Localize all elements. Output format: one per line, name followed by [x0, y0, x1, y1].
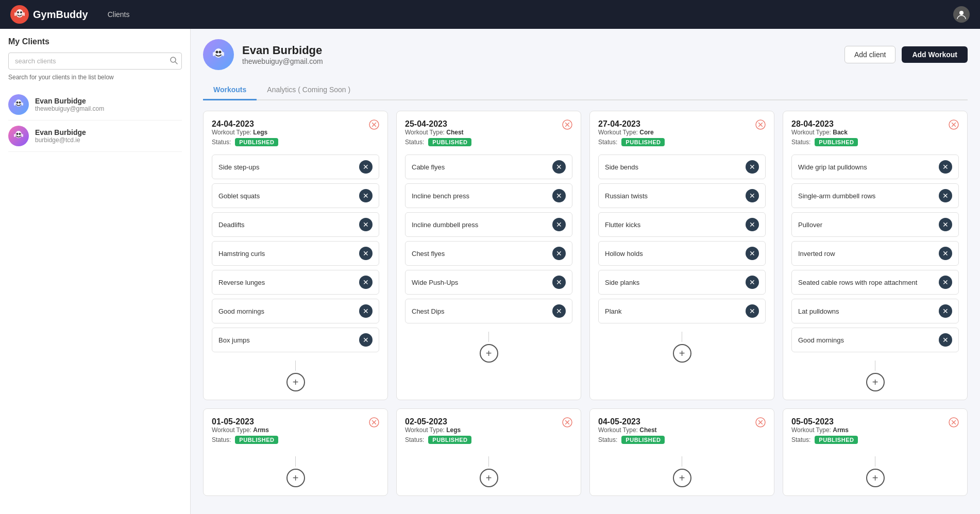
- nav-clients[interactable]: Clients: [104, 8, 134, 21]
- workout-close-button[interactable]: [949, 417, 959, 429]
- add-exercise-button[interactable]: +: [673, 344, 691, 363]
- exercise-name: Box jumps: [218, 336, 250, 344]
- exercise-remove-button[interactable]: ✕: [746, 276, 759, 289]
- status-badge: PUBLISHED: [815, 138, 858, 146]
- svg-rect-18: [22, 134, 23, 137]
- exercise-remove-button[interactable]: ✕: [939, 276, 952, 289]
- exercise-name: Seated cable rows with rope attachment: [798, 279, 917, 286]
- workout-close-button[interactable]: [949, 119, 959, 131]
- exercise-remove-button[interactable]: ✕: [939, 247, 952, 260]
- exercise-remove-button[interactable]: ✕: [359, 304, 373, 318]
- exercise-remove-button[interactable]: ✕: [359, 247, 373, 260]
- exercise-remove-button[interactable]: ✕: [939, 218, 952, 231]
- search-button[interactable]: [170, 56, 178, 66]
- client-list: Evan Burbidge thewebuiguy@gmail.com Evan…: [8, 89, 182, 152]
- workout-close-button[interactable]: [369, 119, 379, 131]
- workout-close-button[interactable]: [755, 417, 766, 429]
- status-row: Status: PUBLISHED: [791, 138, 858, 146]
- exercise-remove-button[interactable]: ✕: [359, 160, 373, 174]
- add-workout-button[interactable]: Add Workout: [902, 46, 968, 63]
- add-exercise-button[interactable]: +: [866, 469, 885, 487]
- workout-close-button[interactable]: [755, 119, 766, 131]
- status-badge: PUBLISHED: [621, 138, 665, 146]
- workout-card: 02-05-2023 Workout Type: Legs Status: PU…: [396, 408, 581, 496]
- add-exercise-button[interactable]: +: [866, 373, 885, 391]
- exercise-remove-button[interactable]: ✕: [552, 189, 566, 202]
- add-exercise-area: +: [791, 456, 959, 487]
- tab-analytics[interactable]: Analytics ( Coming Soon ): [257, 80, 361, 100]
- add-exercise-button[interactable]: +: [286, 373, 305, 391]
- exercise-remove-button[interactable]: ✕: [359, 189, 373, 202]
- exercise-item: Side planks ✕: [598, 270, 766, 295]
- exercise-name: Single-arm dumbbell rows: [798, 192, 875, 200]
- tab-workouts[interactable]: Workouts: [203, 80, 257, 100]
- exercise-item: Wide Push-Ups ✕: [405, 270, 572, 295]
- exercise-item: Goblet squats ✕: [212, 183, 379, 208]
- exercise-item: Side step-ups ✕: [212, 155, 379, 179]
- add-client-button[interactable]: Add client: [844, 46, 895, 63]
- exercise-item: Hamstring curls ✕: [212, 241, 379, 266]
- exercise-name: Plank: [605, 307, 622, 315]
- add-exercise-button[interactable]: +: [480, 469, 498, 487]
- add-exercise-button[interactable]: +: [480, 344, 498, 363]
- exercise-remove-button[interactable]: ✕: [552, 304, 566, 318]
- status-label: Status:: [405, 139, 424, 146]
- exercise-remove-button[interactable]: ✕: [746, 189, 759, 202]
- exercise-remove-button[interactable]: ✕: [746, 160, 759, 174]
- exercise-name: Russian twists: [605, 192, 648, 200]
- svg-point-21: [216, 51, 218, 54]
- add-exercise-button[interactable]: +: [286, 469, 305, 487]
- add-exercise-area: +: [598, 456, 766, 487]
- workout-close-button[interactable]: [369, 417, 379, 429]
- add-exercise-area: +: [405, 456, 572, 487]
- workout-card: 28-04-2023 Workout Type: Back Status: PU…: [783, 111, 968, 400]
- workout-card-header: 25-04-2023 Workout Type: Chest Status: P…: [405, 119, 572, 152]
- exercise-remove-button[interactable]: ✕: [746, 247, 759, 260]
- add-exercise-button[interactable]: +: [673, 469, 691, 487]
- exercise-remove-button[interactable]: ✕: [552, 160, 566, 174]
- status-badge: PUBLISHED: [235, 436, 278, 444]
- sidebar-client-item[interactable]: Evan Burbidge burbidge@tcd.ie: [8, 121, 182, 152]
- add-exercise-area: +: [405, 332, 572, 363]
- exercise-item: Good mornings ✕: [791, 328, 959, 352]
- svg-line-8: [175, 62, 177, 64]
- svg-point-16: [19, 133, 21, 135]
- exercise-remove-button[interactable]: ✕: [552, 218, 566, 231]
- exercise-remove-button[interactable]: ✕: [939, 189, 952, 202]
- workout-close-button[interactable]: [562, 119, 572, 131]
- exercise-item: Deadlifts ✕: [212, 212, 379, 237]
- exercise-item: Box jumps ✕: [212, 328, 379, 352]
- exercise-name: Lat pulldowns: [798, 307, 839, 315]
- search-input[interactable]: [8, 53, 182, 70]
- status-label: Status:: [405, 436, 424, 443]
- exercise-remove-button[interactable]: ✕: [939, 304, 952, 318]
- exercise-remove-button[interactable]: ✕: [359, 218, 373, 231]
- exercise-name: Wide grip lat pulldowns: [798, 163, 867, 171]
- exercise-name: Cable flyes: [412, 163, 445, 171]
- add-exercise-area: +: [212, 456, 379, 487]
- client-email: burbidge@tcd.ie: [35, 136, 86, 144]
- add-exercise-area: +: [598, 332, 766, 363]
- workout-close-button[interactable]: [562, 417, 572, 429]
- exercise-remove-button[interactable]: ✕: [359, 276, 373, 289]
- exercise-remove-button[interactable]: ✕: [552, 276, 566, 289]
- workout-type: Workout Type: Core: [598, 129, 665, 136]
- exercise-item: Wide grip lat pulldowns ✕: [791, 155, 959, 179]
- sidebar-client-item[interactable]: Evan Burbidge thewebuiguy@gmail.com: [8, 89, 182, 121]
- add-divider: [488, 456, 489, 467]
- exercise-item: Flutter kicks ✕: [598, 212, 766, 237]
- navbar-user-avatar[interactable]: [953, 6, 970, 23]
- exercise-remove-button[interactable]: ✕: [552, 247, 566, 260]
- exercise-remove-button[interactable]: ✕: [939, 160, 952, 174]
- exercise-name: Good mornings: [798, 336, 844, 344]
- exercise-item: Russian twists ✕: [598, 183, 766, 208]
- exercise-name: Goblet squats: [218, 192, 260, 200]
- exercise-remove-button[interactable]: ✕: [746, 218, 759, 231]
- exercise-remove-button[interactable]: ✕: [359, 333, 373, 347]
- workout-date: 25-04-2023: [405, 119, 471, 129]
- exercise-item: Pullover ✕: [791, 212, 959, 237]
- exercise-remove-button[interactable]: ✕: [746, 304, 759, 318]
- exercise-remove-button[interactable]: ✕: [939, 333, 952, 347]
- brand-link[interactable]: GymBuddy: [10, 5, 88, 24]
- exercise-item: Inverted row ✕: [791, 241, 959, 266]
